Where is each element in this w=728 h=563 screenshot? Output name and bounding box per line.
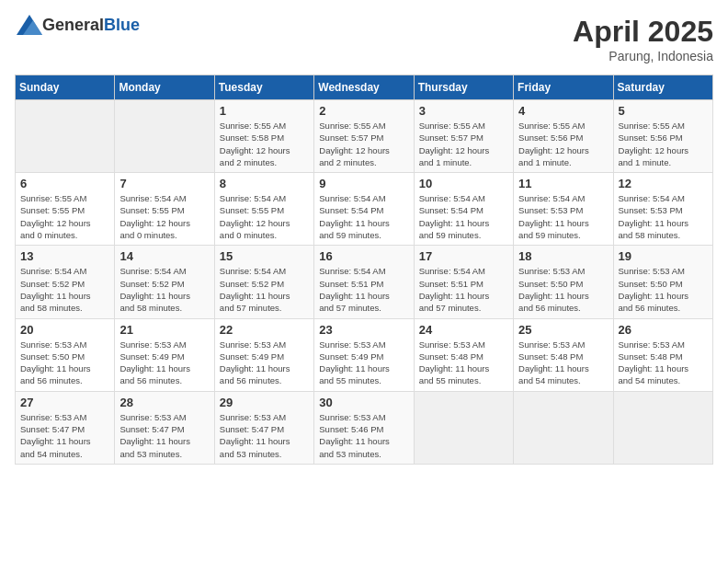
day-cell: 25Sunrise: 5:53 AM Sunset: 5:48 PM Dayli… bbox=[514, 318, 613, 391]
calendar-header: SundayMondayTuesdayWednesdayThursdayFrid… bbox=[16, 75, 713, 100]
day-number: 28 bbox=[119, 396, 209, 409]
day-cell: 3Sunrise: 5:55 AM Sunset: 5:57 PM Daylig… bbox=[414, 100, 513, 173]
day-number: 23 bbox=[319, 323, 408, 337]
day-detail: Sunrise: 5:55 AM Sunset: 5:57 PM Dayligh… bbox=[319, 120, 408, 168]
day-number: 20 bbox=[20, 323, 109, 337]
day-cell: 7Sunrise: 5:54 AM Sunset: 5:55 PM Daylig… bbox=[115, 173, 214, 246]
week-row-4: 20Sunrise: 5:53 AM Sunset: 5:50 PM Dayli… bbox=[16, 318, 713, 391]
day-number: 7 bbox=[119, 177, 209, 190]
day-detail: Sunrise: 5:53 AM Sunset: 5:50 PM Dayligh… bbox=[20, 339, 109, 387]
day-cell: 6Sunrise: 5:55 AM Sunset: 5:55 PM Daylig… bbox=[16, 173, 115, 246]
day-number: 5 bbox=[619, 104, 708, 118]
day-cell bbox=[414, 391, 513, 464]
title-area: April 2025 Parung, Indonesia bbox=[573, 15, 713, 63]
day-detail: Sunrise: 5:55 AM Sunset: 5:56 PM Dayligh… bbox=[619, 120, 708, 168]
col-header-saturday: Saturday bbox=[613, 75, 712, 100]
day-number: 13 bbox=[20, 249, 109, 263]
day-detail: Sunrise: 5:53 AM Sunset: 5:48 PM Dayligh… bbox=[419, 339, 508, 387]
day-number: 25 bbox=[518, 323, 608, 337]
calendar-subtitle: Parung, Indonesia bbox=[573, 49, 713, 63]
day-cell: 23Sunrise: 5:53 AM Sunset: 5:49 PM Dayli… bbox=[314, 318, 414, 391]
day-number: 8 bbox=[220, 177, 309, 190]
day-cell: 16Sunrise: 5:54 AM Sunset: 5:51 PM Dayli… bbox=[314, 246, 414, 318]
day-detail: Sunrise: 5:53 AM Sunset: 5:48 PM Dayligh… bbox=[619, 339, 708, 387]
day-detail: Sunrise: 5:55 AM Sunset: 5:55 PM Dayligh… bbox=[20, 192, 109, 241]
day-cell: 10Sunrise: 5:54 AM Sunset: 5:54 PM Dayli… bbox=[414, 173, 513, 246]
day-detail: Sunrise: 5:54 AM Sunset: 5:54 PM Dayligh… bbox=[419, 192, 508, 241]
day-number: 2 bbox=[319, 104, 408, 118]
logo-blue: Blue bbox=[104, 16, 140, 34]
day-number: 9 bbox=[319, 177, 408, 190]
week-row-1: 1Sunrise: 5:55 AM Sunset: 5:58 PM Daylig… bbox=[16, 100, 713, 173]
day-detail: Sunrise: 5:54 AM Sunset: 5:52 PM Dayligh… bbox=[20, 265, 109, 314]
day-cell: 8Sunrise: 5:54 AM Sunset: 5:55 PM Daylig… bbox=[214, 173, 313, 246]
day-cell: 1Sunrise: 5:55 AM Sunset: 5:58 PM Daylig… bbox=[214, 100, 313, 173]
day-detail: Sunrise: 5:55 AM Sunset: 5:58 PM Dayligh… bbox=[220, 120, 309, 168]
day-cell: 19Sunrise: 5:53 AM Sunset: 5:50 PM Dayli… bbox=[613, 246, 712, 318]
day-cell: 9Sunrise: 5:54 AM Sunset: 5:54 PM Daylig… bbox=[314, 173, 414, 246]
col-header-friday: Friday bbox=[514, 75, 613, 100]
day-number: 10 bbox=[419, 177, 508, 190]
day-number: 19 bbox=[619, 249, 708, 263]
calendar-body: 1Sunrise: 5:55 AM Sunset: 5:58 PM Daylig… bbox=[16, 100, 713, 465]
day-detail: Sunrise: 5:53 AM Sunset: 5:49 PM Dayligh… bbox=[119, 339, 209, 387]
day-number: 6 bbox=[20, 177, 109, 190]
header: GeneralBlue April 2025 Parung, Indonesia bbox=[15, 15, 713, 63]
day-number: 1 bbox=[220, 104, 309, 118]
day-number: 15 bbox=[220, 249, 309, 263]
day-detail: Sunrise: 5:53 AM Sunset: 5:47 PM Dayligh… bbox=[220, 411, 309, 460]
day-cell: 17Sunrise: 5:54 AM Sunset: 5:51 PM Dayli… bbox=[414, 246, 513, 318]
day-detail: Sunrise: 5:55 AM Sunset: 5:57 PM Dayligh… bbox=[419, 120, 508, 168]
day-detail: Sunrise: 5:53 AM Sunset: 5:49 PM Dayligh… bbox=[220, 339, 309, 387]
week-row-3: 13Sunrise: 5:54 AM Sunset: 5:52 PM Dayli… bbox=[16, 246, 713, 318]
day-cell: 5Sunrise: 5:55 AM Sunset: 5:56 PM Daylig… bbox=[613, 100, 712, 173]
week-row-2: 6Sunrise: 5:55 AM Sunset: 5:55 PM Daylig… bbox=[16, 173, 713, 246]
day-cell: 12Sunrise: 5:54 AM Sunset: 5:53 PM Dayli… bbox=[613, 173, 712, 246]
day-cell: 11Sunrise: 5:54 AM Sunset: 5:53 PM Dayli… bbox=[514, 173, 613, 246]
day-detail: Sunrise: 5:54 AM Sunset: 5:55 PM Dayligh… bbox=[119, 192, 209, 241]
day-cell bbox=[16, 100, 115, 173]
logo-icon bbox=[17, 15, 42, 35]
day-detail: Sunrise: 5:54 AM Sunset: 5:54 PM Dayligh… bbox=[319, 192, 408, 241]
day-number: 18 bbox=[518, 249, 608, 263]
col-header-thursday: Thursday bbox=[414, 75, 513, 100]
week-row-5: 27Sunrise: 5:53 AM Sunset: 5:47 PM Dayli… bbox=[16, 391, 713, 464]
day-number: 24 bbox=[419, 323, 508, 337]
day-number: 3 bbox=[419, 104, 508, 118]
day-detail: Sunrise: 5:53 AM Sunset: 5:47 PM Dayligh… bbox=[119, 411, 209, 460]
day-number: 4 bbox=[518, 104, 608, 118]
day-detail: Sunrise: 5:53 AM Sunset: 5:50 PM Dayligh… bbox=[518, 265, 608, 314]
day-cell: 15Sunrise: 5:54 AM Sunset: 5:52 PM Dayli… bbox=[214, 246, 313, 318]
day-detail: Sunrise: 5:54 AM Sunset: 5:55 PM Dayligh… bbox=[220, 192, 309, 241]
calendar-title: April 2025 bbox=[573, 15, 713, 49]
day-cell: 20Sunrise: 5:53 AM Sunset: 5:50 PM Dayli… bbox=[16, 318, 115, 391]
col-header-tuesday: Tuesday bbox=[214, 75, 313, 100]
day-cell: 21Sunrise: 5:53 AM Sunset: 5:49 PM Dayli… bbox=[115, 318, 214, 391]
day-number: 29 bbox=[220, 396, 309, 409]
day-detail: Sunrise: 5:54 AM Sunset: 5:52 PM Dayligh… bbox=[119, 265, 209, 314]
logo-general: General bbox=[42, 16, 104, 34]
day-detail: Sunrise: 5:53 AM Sunset: 5:48 PM Dayligh… bbox=[518, 339, 608, 387]
day-cell bbox=[115, 100, 214, 173]
day-number: 11 bbox=[518, 177, 608, 190]
day-cell: 14Sunrise: 5:54 AM Sunset: 5:52 PM Dayli… bbox=[115, 246, 214, 318]
day-cell: 27Sunrise: 5:53 AM Sunset: 5:47 PM Dayli… bbox=[16, 391, 115, 464]
day-detail: Sunrise: 5:53 AM Sunset: 5:46 PM Dayligh… bbox=[319, 411, 408, 460]
logo: GeneralBlue bbox=[15, 15, 140, 35]
day-detail: Sunrise: 5:53 AM Sunset: 5:47 PM Dayligh… bbox=[20, 411, 109, 460]
day-number: 21 bbox=[119, 323, 209, 337]
day-cell: 28Sunrise: 5:53 AM Sunset: 5:47 PM Dayli… bbox=[115, 391, 214, 464]
day-detail: Sunrise: 5:54 AM Sunset: 5:52 PM Dayligh… bbox=[220, 265, 309, 314]
day-cell: 4Sunrise: 5:55 AM Sunset: 5:56 PM Daylig… bbox=[514, 100, 613, 173]
calendar-table: SundayMondayTuesdayWednesdayThursdayFrid… bbox=[15, 75, 713, 465]
day-cell: 24Sunrise: 5:53 AM Sunset: 5:48 PM Dayli… bbox=[414, 318, 513, 391]
day-number: 17 bbox=[419, 249, 508, 263]
day-detail: Sunrise: 5:53 AM Sunset: 5:49 PM Dayligh… bbox=[319, 339, 408, 387]
day-detail: Sunrise: 5:54 AM Sunset: 5:53 PM Dayligh… bbox=[518, 192, 608, 241]
day-number: 27 bbox=[20, 396, 109, 409]
day-cell bbox=[514, 391, 613, 464]
day-detail: Sunrise: 5:55 AM Sunset: 5:56 PM Dayligh… bbox=[518, 120, 608, 168]
col-header-wednesday: Wednesday bbox=[314, 75, 414, 100]
col-header-sunday: Sunday bbox=[16, 75, 115, 100]
day-detail: Sunrise: 5:54 AM Sunset: 5:53 PM Dayligh… bbox=[619, 192, 708, 241]
